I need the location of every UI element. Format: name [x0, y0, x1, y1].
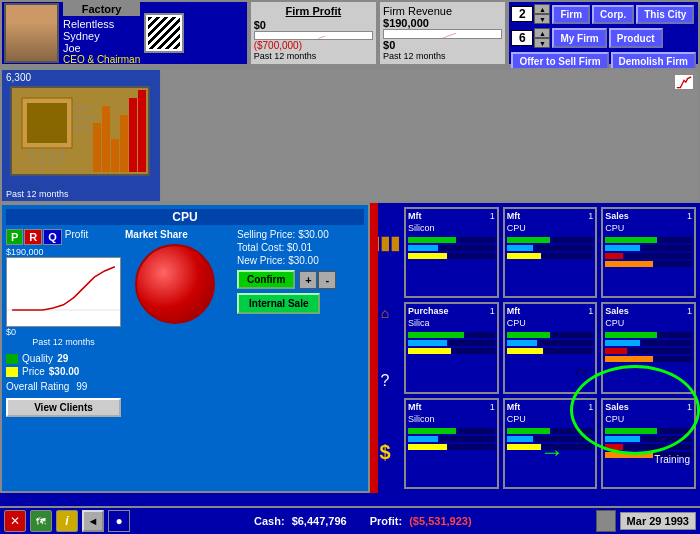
quality-indicator — [6, 354, 18, 364]
firm-revenue-section: Firm Revenue $190,000 $0 Past 12 months — [378, 0, 507, 66]
counter1-arrows: ▲ ▼ — [534, 4, 550, 24]
quality-value: 29 — [57, 353, 68, 364]
prq-tabs: P R Q Profit — [6, 229, 121, 245]
past-label-profit: Past 12 months — [254, 51, 373, 61]
cell-mft-cpu-2[interactable]: Mft 1 CPU ☞ — [503, 302, 598, 393]
p-tab[interactable]: P — [6, 229, 23, 245]
overall-rating: Overall Rating 99 — [6, 381, 121, 392]
divider-icon — [596, 510, 616, 532]
factory-section: Factory Relentless Sydney Joe CEO & Chai… — [0, 0, 249, 66]
factory-title: Factory — [63, 2, 140, 16]
city-name: Sydney — [63, 30, 140, 42]
view-clients-button[interactable]: View Clients — [6, 398, 121, 417]
my-firm-button[interactable]: My Firm — [552, 28, 606, 48]
graph-top-val: $190,000 — [6, 247, 121, 257]
profit-label: Profit: — [370, 515, 402, 527]
price-value: $30.00 — [49, 366, 80, 377]
grid-row-1: Mft 1 Silicon Mft 1 CPU — [404, 207, 696, 298]
main-content: CPU P R Q Profit $190,000 — [0, 203, 700, 493]
counter2-up[interactable]: ▲ — [534, 28, 550, 38]
circle-icon[interactable]: ● — [108, 510, 130, 532]
new-price-value: $30.00 — [288, 255, 319, 266]
cpu-panel: CPU P R Q Profit $190,000 — [0, 203, 370, 493]
price-label: Price — [22, 366, 45, 377]
green-arrow: → — [540, 438, 564, 466]
dollar-icon: $ — [379, 441, 390, 464]
counter2-down[interactable]: ▼ — [534, 38, 550, 48]
market-share-circle — [135, 244, 215, 324]
profit-value: ($5,531,923) — [409, 515, 471, 527]
firm-revenue-title: Firm Revenue — [383, 5, 502, 17]
profit-negative: ($700,000) — [254, 40, 373, 51]
counter1-down[interactable]: ▼ — [534, 14, 550, 24]
total-cost-label: Total Cost: — [237, 242, 284, 253]
info-icon[interactable]: i — [56, 510, 78, 532]
map-icon[interactable]: 🗺 — [30, 510, 52, 532]
firm-profit-section: Firm Profit $0 ($700,000) Past 12 months — [249, 0, 378, 66]
chart-past-label: Past 12 months — [6, 189, 69, 199]
counter1-up[interactable]: ▲ — [534, 4, 550, 14]
cell-mft-silicon-1[interactable]: Mft 1 Silicon — [404, 207, 499, 298]
firm-button[interactable]: Firm — [552, 5, 590, 24]
overall-value: 99 — [76, 381, 87, 392]
cell-mft-silicon-3[interactable]: Mft 1 Silicon — [404, 398, 499, 489]
left-vert-bar — [370, 203, 378, 493]
chart-area: 6,300 — [0, 68, 700, 203]
cash-value: $6,447,796 — [292, 515, 347, 527]
minus-button[interactable]: - — [318, 271, 336, 289]
firm-profit-title: Firm Profit — [254, 5, 373, 17]
this-city-button[interactable]: This City — [636, 5, 694, 24]
cell-mft-cpu-1[interactable]: Mft 1 CPU — [503, 207, 598, 298]
revenue-zero: $0 — [383, 39, 502, 51]
ladder-icon: ⌂ — [377, 305, 393, 321]
cpu-title: CPU — [6, 209, 364, 225]
status-cash: Cash: $6,447,796 Profit: ($5,531,923) — [134, 515, 592, 527]
counter2-value: 6 — [511, 30, 533, 46]
market-share-col: Market Share — [125, 229, 225, 417]
internal-sale-button[interactable]: Internal Sale — [237, 293, 320, 314]
counter2-arrows: ▲ ▼ — [534, 28, 550, 48]
total-cost-value: $0.01 — [287, 242, 312, 253]
chart-value: 6,300 — [6, 72, 31, 83]
product-button[interactable]: Product — [609, 28, 663, 48]
avatar — [4, 3, 59, 63]
revenue-chart — [383, 29, 502, 39]
selling-price-label: Selling Price: — [237, 229, 295, 240]
person-role: CEO & Chairman — [63, 54, 140, 65]
cell-purchase-silica[interactable]: Purchase 1 Silica — [404, 302, 499, 393]
q-tab[interactable]: Q — [43, 229, 62, 245]
selling-price-value: $30.00 — [298, 229, 329, 240]
total-cost-row: Total Cost: $0.01 — [237, 242, 336, 253]
right-controls: 2 ▲ ▼ Firm Corp. This City 6 ▲ ▼ My Firm… — [507, 0, 700, 66]
date-display: Mar 29 1993 — [620, 512, 696, 530]
counter1-value: 2 — [511, 6, 533, 22]
counter2-section: 6 ▲ ▼ — [511, 28, 550, 48]
corp-button[interactable]: Corp. — [592, 5, 634, 24]
small-chart-icon[interactable] — [674, 74, 694, 90]
cell-sales-cpu-3[interactable]: Sales 1 CPU — [601, 398, 696, 489]
chart-image — [10, 86, 150, 176]
grid-row-2: Purchase 1 Silica Mft 1 CPU — [404, 302, 696, 393]
counter1-section: 2 ▲ ▼ — [511, 4, 550, 24]
right-area: ▮▮▮ ⌂ ? $ Mft 1 Silicon — [370, 203, 700, 493]
plus-minus-controls: + - — [299, 271, 336, 289]
r-tab[interactable]: R — [24, 229, 42, 245]
graph-bot-val: $0 — [6, 327, 121, 337]
quality-section: Quality 29 Price $30.00 Overall Rating 9… — [6, 353, 121, 392]
training-label: Training — [654, 454, 690, 465]
profit-graph-box: P R Q Profit $190,000 $0 Past 12 months — [6, 229, 121, 417]
confirm-button[interactable]: Confirm — [237, 270, 295, 289]
stop-icon[interactable]: ✕ — [4, 510, 26, 532]
cell-sales-cpu-1[interactable]: Sales 1 CPU — [601, 207, 696, 298]
svg-rect-2 — [27, 103, 67, 143]
logo-box — [144, 13, 184, 53]
revenue-value: $190,000 — [383, 17, 502, 29]
past-12-label: Past 12 months — [6, 337, 121, 347]
past-label-revenue: Past 12 months — [383, 51, 502, 61]
new-price-row: New Price: $30.00 — [237, 255, 336, 266]
profit-chart — [254, 31, 373, 40]
quality-row: Quality 29 — [6, 353, 121, 364]
plus-button[interactable]: + — [299, 271, 317, 289]
cell-sales-cpu-2[interactable]: Sales 1 CPU — [601, 302, 696, 393]
back-button[interactable]: ◄ — [82, 510, 104, 532]
